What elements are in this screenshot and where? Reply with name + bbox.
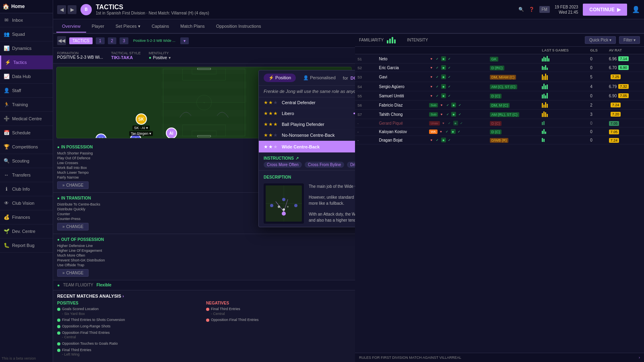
avrat-badge-umtiti: 7.05 [618,93,629,98]
sidebar-item-squad[interactable]: 👥 Squad [0,27,53,41]
back-button[interactable]: ◀ [57,5,66,14]
tab-set-pieces[interactable]: Set Pieces ▾ [110,21,146,33]
tab-opposition-instructions[interactable]: Opposition Instructions [211,21,267,33]
forward-button[interactable]: ▶ [68,5,76,14]
tab-player[interactable]: Player [86,21,110,33]
tactics-icon: ⚡ [4,60,11,65]
sidebar-item-training[interactable]: 🏃 Training [0,98,53,112]
table-row[interactable]: - Gerard Piqué Unav ♥ ✓ ■ ✓ [355,119,644,128]
sidebar-item-dev-centre[interactable]: 🌱 Dev. Centre [0,224,53,239]
role-row-ball-playing[interactable]: ★ ★ ★ Ball Playing Defender [259,119,355,130]
instruction-tag-3[interactable]: Dribble More [347,162,355,168]
search-icon[interactable]: 🔍 [518,7,524,12]
table-row[interactable]: S2 Eric Garcia ♥ ✓ ■ ✓ [355,64,644,72]
sidebar-item-scouting[interactable]: 🔍 Scouting [0,154,53,168]
player-node-ai[interactable]: AI De Jong ▾ [161,128,181,138]
player-node-bpd[interactable]: 14 BPD · ▾ Inácio ▾ [93,134,109,138]
tab-captains[interactable]: Captains [146,21,175,33]
green-sq-fdiaz: ■ [451,103,456,107]
green-sq-neto: ■ [441,56,446,61]
help-icon[interactable]: ❓ [529,7,535,12]
role-name-ball-playing: Ball Playing Defender [282,122,346,127]
filter-button[interactable]: Filter ▾ [619,36,640,44]
sidebar-item-staff[interactable]: 👤 Staff [0,84,53,98]
out-of-possession-title: ● OUT OF POSSESSION [57,237,351,242]
stars-no-nonsense: ★ ★ ★ [264,132,278,138]
status-bojat: ♥ ✓ ■ ✓ [429,138,485,142]
out-item-3: Much More Often [57,253,351,258]
role-row-libero[interactable]: ★ ★ ★ Libero [259,108,355,119]
tactic-slot-1[interactable]: 1 [96,37,105,44]
positive-dot-6 [57,349,60,352]
sidebar-item-data-hub[interactable]: 📈 Data Hub [0,70,53,84]
slot-s7: S7 [357,113,362,117]
table-row[interactable]: - Kaloyan Kostov WA ♥ ✓ ■ ✓ [355,128,644,136]
col-slot [355,47,369,54]
table-row[interactable]: S1 Neto ♥ ✓ ■ ✓ GK [355,54,644,64]
table-row[interactable]: S7 Tahith Chong Sub ♥ ✓ ■ ✓ [355,110,644,119]
sidebar-item-tactics[interactable]: ⚡ Tactics [0,56,53,70]
sidebar-club-vision-label: Club Vision [12,201,34,206]
instruction-tag-1[interactable]: Cross More Often [264,162,302,168]
green-sq-gavi: ■ [441,74,446,79]
player-node-sk[interactable]: SK SK · AI ▾ Ter Stegen ▾ [129,113,153,136]
user-icon[interactable]: 👤 [632,6,640,13]
instruction-tag-2[interactable]: Cross From Byline [305,162,344,168]
formation-dropdown[interactable]: ▾ [180,37,189,44]
num-kostov [369,128,376,136]
analysis-link[interactable]: › [122,294,124,298]
sidebar-item-dynamics[interactable]: 📊 Dynamics [0,41,53,56]
fluidity-dot: ● [57,283,60,288]
out-possession-change-button[interactable]: » CHANGE [57,269,89,277]
sidebar-item-club-info[interactable]: ℹ Club Info [0,182,53,196]
rb-tc1 [542,113,543,117]
positive-item-2: Final Third Entries to Shots Conversion [57,318,202,323]
tab-overview[interactable]: Overview [56,21,86,33]
sidebar-dev-centre-label: Dev. Centre [12,229,35,234]
tab-match-plans[interactable]: Match Plans [175,21,211,33]
quick-pick-button[interactable]: Quick Pick ▾ [585,36,616,44]
role-row-central-defender[interactable]: ★ ★ ★ Central Defender [259,97,355,108]
tactic-slot-2[interactable]: 2 [108,37,117,44]
tactic-slot-main[interactable]: TACTICS [69,37,93,44]
sidebar-squad-label: Squad [12,32,25,37]
r-bar-5 [548,58,549,62]
table-row[interactable]: S5 Samuel Umtiti ♥ ✓ ■ ✓ [355,91,644,101]
tactics-collapse-btn[interactable]: ◀◀ [57,36,66,45]
num-garcia [369,64,376,72]
analysis-title: RECENT MATCHES ANALYSIS › [57,294,351,298]
rules-arrow[interactable]: › [639,356,640,360]
sidebar-item-medical[interactable]: ➕ Medical Centre [0,112,53,126]
slot-bojat: - [357,138,359,142]
sidebar-item-competitions[interactable]: 🏆 Competitions [0,140,53,154]
popup-tab-position[interactable]: ⚡ Position [264,74,296,82]
table-row[interactable]: S3 Gavi ♥ ✓ ■ ✓ DM, M [355,72,644,82]
tactic-slot-3[interactable]: 3 [120,37,128,44]
green-sq-bojat: ■ [441,138,446,142]
num-pique [369,119,376,128]
sidebar-item-report-bug[interactable]: 🐛 Report Bug [0,239,53,253]
table-row[interactable]: S4 Sergio Agüero ♥ ✓ ■ ✓ [355,82,644,91]
continue-button[interactable]: CONTINUE ▶ [583,4,627,16]
role-row-wide-centre-back[interactable]: ★ ★ ★ Wide Centre-Back ★ ★ ★ Defend [259,141,355,153]
sidebar-item-transfers[interactable]: ↔ Transfers [0,168,53,182]
sidebar-item-club-vision[interactable]: 👁 Club Vision [0,196,53,210]
positive-dot-4 [57,331,60,335]
instructions-title[interactable]: INSTRUCTIONS ↗ [264,156,355,160]
sidebar-item-schedule[interactable]: 📅 Schedule [0,126,53,140]
table-row[interactable]: - Dragan Bojat ♥ ✓ ■ ✓ [355,136,644,144]
rating-bar-garcia [542,65,585,70]
sidebar-item-inbox[interactable]: ✉ Inbox [0,13,53,27]
popup-tabs: ⚡ Position 👤 Personalised for DCR Defend… [259,70,355,86]
possession-change-button[interactable]: » CHANGE [57,181,89,189]
slot-s2: S2 [357,66,362,70]
sidebar-item-finances[interactable]: 💰 Finances [0,210,53,224]
check2-fdiaz: ✓ [457,103,462,107]
table-row[interactable]: S6 Fabricio Díaz Sub ♥ ✓ ■ ✓ [355,101,644,110]
popup-tab-personalised[interactable]: 👤 Personalised [298,74,341,82]
sidebar-home[interactable]: 🏠 Home [0,0,53,13]
transition-change-button[interactable]: » CHANGE [57,223,89,230]
role-row-no-nonsense[interactable]: ★ ★ ★ No-Nonsense Centre-Back [259,130,355,141]
mentality-dropdown[interactable]: ▾ [169,56,171,60]
gls-fdiaz: 2 [588,101,607,110]
